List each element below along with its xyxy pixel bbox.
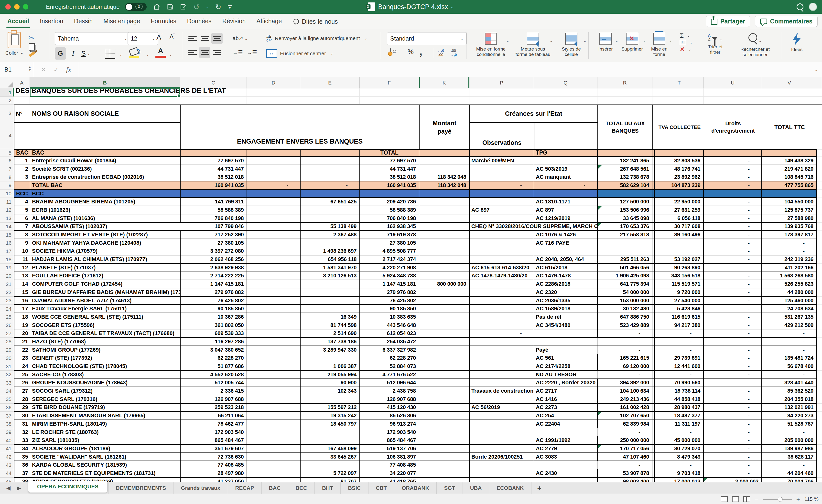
cell-B-35[interactable]: SEREGEC SARL (179316): [30, 395, 180, 404]
cell[interactable]: [762, 149, 817, 157]
cell-U-9[interactable]: -: [704, 181, 762, 190]
cell-Q-11[interactable]: AC 1810-1171: [534, 198, 598, 206]
row-header-3[interactable]: 3: [0, 105, 14, 122]
cell-E-19[interactable]: 1 581 341 970: [301, 264, 360, 272]
cell-E-29[interactable]: 3 289 947 330: [301, 346, 360, 354]
format-as-table-button[interactable]: ⌄ Mettre sousforme de tableau: [512, 33, 554, 57]
row-header-26[interactable]: 26: [0, 321, 14, 330]
cell-K-22[interactable]: [419, 288, 470, 297]
cell-F-24[interactable]: 90 185 850: [360, 305, 419, 313]
cell-A-42[interactable]: 35: [14, 453, 30, 461]
cell-T-10[interactable]: [655, 190, 704, 198]
cell-A-17[interactable]: 10: [14, 247, 30, 256]
cell-s-32[interactable]: [653, 371, 655, 379]
cell-s-17[interactable]: [653, 247, 655, 256]
cell-R-14[interactable]: 170 653 376: [598, 223, 653, 231]
cell-U-45[interactable]: 2 000 003: [704, 478, 762, 482]
cell-P-17[interactable]: [470, 247, 534, 256]
cell-T-14[interactable]: 30 717 608: [655, 223, 704, 231]
cell[interactable]: [655, 88, 704, 97]
cell-C-34[interactable]: 2 336 415: [180, 387, 247, 395]
cell-B-24[interactable]: Eaux Travaux Energie SARL (175011): [30, 305, 180, 313]
cell-Q-8[interactable]: AC manquant: [534, 173, 598, 181]
format-painter-button[interactable]: [29, 51, 35, 57]
row-header-24[interactable]: 24: [0, 305, 14, 313]
cell-E-34[interactable]: 102 343: [301, 387, 360, 395]
cell-V-34[interactable]: 85 362 520: [762, 387, 817, 395]
cell-U-42[interactable]: -: [704, 453, 762, 461]
cell[interactable]: [470, 149, 534, 157]
undo-chevron-icon[interactable]: ⌄: [206, 5, 209, 9]
cell-V-11[interactable]: 104 550 000: [762, 198, 817, 206]
cell-P-40[interactable]: [470, 436, 534, 445]
row-header-13[interactable]: 13: [0, 214, 14, 223]
cell-U-37[interactable]: -: [704, 412, 762, 420]
cell[interactable]: [180, 149, 247, 157]
cell-P-11[interactable]: [470, 198, 534, 206]
cell-K-25[interactable]: [419, 313, 470, 321]
cell-P-43[interactable]: [470, 461, 534, 469]
cell[interactable]: [419, 149, 470, 157]
cell-U-7[interactable]: -: [704, 165, 762, 173]
cell-T-35[interactable]: 44 858 418: [655, 395, 704, 404]
row-header-30[interactable]: 30: [0, 354, 14, 363]
sheet-tab-bht[interactable]: BHT: [315, 482, 340, 494]
cell-s-26[interactable]: [653, 321, 655, 330]
cell-P-12[interactable]: AC 897: [470, 206, 534, 214]
cell-T-15[interactable]: 39 160 496: [655, 231, 704, 239]
cell-B-14[interactable]: ABOUSSAMIA (ETS) (102037): [30, 223, 180, 231]
cell-F-17[interactable]: 4 895 508 777: [360, 247, 419, 256]
cell[interactable]: [655, 149, 704, 157]
cell-R-17[interactable]: [598, 247, 653, 256]
cell[interactable]: [247, 149, 301, 157]
row-header-11[interactable]: 11: [0, 198, 14, 206]
cell-F-23[interactable]: 76 425 802: [360, 297, 419, 305]
cell-C-40[interactable]: 865 484 467: [180, 436, 247, 445]
home-icon[interactable]: [153, 3, 160, 11]
cell-K-32[interactable]: [419, 371, 470, 379]
cell-A-13[interactable]: 6: [14, 214, 30, 223]
column-header-K[interactable]: K: [419, 77, 469, 88]
cell-R-23[interactable]: 153 000 000: [598, 297, 653, 305]
cell-B-19[interactable]: PLANETE (STE) (171037): [30, 264, 180, 272]
cell-R-27[interactable]: -: [598, 329, 653, 338]
cell-V-10[interactable]: [762, 190, 817, 198]
cell-E-20[interactable]: 3 210 126 513: [301, 272, 360, 280]
cell-V-23[interactable]: 125 460 000: [762, 297, 817, 305]
cell-Q-28[interactable]: [534, 338, 598, 346]
cell-K-12[interactable]: [419, 206, 470, 214]
cell-R-19[interactable]: 501 466 056: [598, 264, 653, 272]
cell[interactable]: [301, 149, 360, 157]
cell-E-18[interactable]: 654 956 118: [301, 255, 360, 264]
cell-F-27[interactable]: 612 054 023: [360, 329, 419, 338]
cell-C-31[interactable]: 51 877 686: [180, 362, 247, 371]
column-header-B[interactable]: B: [30, 77, 180, 88]
cell-U-24[interactable]: -: [704, 305, 762, 313]
cell-C-45[interactable]: 41 237 050: [180, 478, 247, 482]
cell-U-44[interactable]: -: [704, 469, 762, 478]
page-break-view-icon[interactable]: [743, 496, 750, 502]
sheet-tab-bac[interactable]: BAC: [262, 482, 288, 494]
cell-R-28[interactable]: -: [597, 338, 653, 346]
cell-C-18[interactable]: 2 062 468 256: [180, 255, 247, 264]
cell-V-17[interactable]: -: [762, 247, 817, 256]
cell-A-33[interactable]: 26: [14, 379, 30, 387]
cell-R-20[interactable]: 1 906 425 098: [598, 272, 653, 280]
cell-U-31[interactable]: -: [704, 362, 762, 371]
font-size-select[interactable]: 12⌄: [127, 32, 158, 45]
cell-Q-38[interactable]: AC 22404: [534, 420, 598, 428]
cell-B-32[interactable]: SACRE-CG (178303): [30, 371, 180, 379]
cell-P-37[interactable]: [470, 412, 534, 420]
cell-F-6[interactable]: 77 697 570: [360, 157, 419, 165]
cell-E-32[interactable]: 219 055 994: [301, 371, 360, 379]
row-header-21[interactable]: 21: [0, 280, 14, 288]
cell[interactable]: [419, 88, 469, 97]
cell-B-18[interactable]: HADJAR LAMIS AL CHIMALIA (ETS) (170977): [30, 255, 180, 264]
cell-T-6[interactable]: 32 803 536: [655, 157, 704, 165]
cell-Q-33[interactable]: AC 2220 , Border 20320: [534, 379, 598, 387]
cell-E-27[interactable]: 2 514 690: [301, 329, 360, 338]
conditional-formatting-button[interactable]: ⌄ Mise en formeconditionnelle: [473, 33, 509, 57]
cell-P-32[interactable]: [470, 371, 534, 379]
sheet-tab-recap[interactable]: RECAP: [228, 482, 262, 494]
cell-D-28[interactable]: [247, 338, 301, 346]
